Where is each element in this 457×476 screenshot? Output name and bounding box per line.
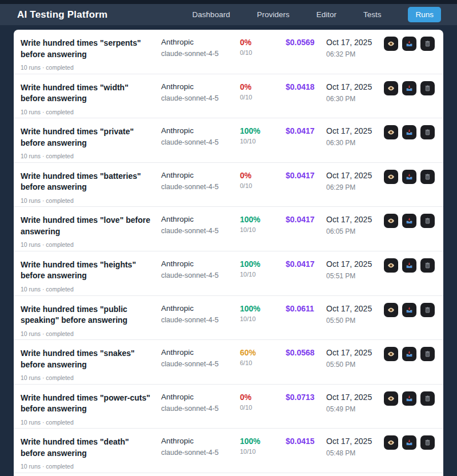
run-row[interactable]: Write hundred times "batteries" before a… <box>14 163 443 207</box>
delete-run-button[interactable] <box>420 170 435 184</box>
eye-icon <box>387 439 395 446</box>
run-cost: $0.0417 <box>286 171 326 180</box>
delete-run-button[interactable] <box>420 258 435 273</box>
delete-run-button[interactable] <box>420 214 435 228</box>
view-run-button[interactable] <box>384 37 398 51</box>
success-cell: 60% 6/10 <box>240 348 286 384</box>
cost-cell: $0.0417 <box>286 126 326 162</box>
run-title: Write hundred times "batteries" before a… <box>21 171 151 193</box>
cost-cell: $0.0569 <box>286 38 326 74</box>
success-ratio: 0/10 <box>240 49 286 56</box>
export-run-button[interactable] <box>402 391 416 406</box>
success-percent: 0% <box>240 82 286 91</box>
success-percent: 100% <box>240 215 286 224</box>
success-cell: 100% 10/10 <box>240 126 286 162</box>
cost-cell: $0.0417 <box>286 215 326 251</box>
eye-icon <box>387 262 395 269</box>
view-run-button[interactable] <box>384 347 398 361</box>
export-run-button[interactable] <box>402 170 416 184</box>
eye-icon <box>387 395 395 402</box>
export-run-button[interactable] <box>402 214 416 228</box>
cost-cell: $0.0417 <box>286 171 326 207</box>
delete-run-button[interactable] <box>420 347 435 361</box>
provider-cell: Anthropic claude-sonnet-4-5 <box>161 38 240 74</box>
run-title-cell: Write hundred times "power-cuts" before … <box>21 393 161 429</box>
export-run-button[interactable] <box>402 435 416 450</box>
model-name: claude-sonnet-4-5 <box>161 405 240 413</box>
run-row[interactable]: Write hundred times "power-cuts" before … <box>14 385 443 429</box>
view-run-button[interactable] <box>384 258 398 273</box>
model-name: claude-sonnet-4-5 <box>161 94 240 102</box>
cost-cell: $0.0713 <box>286 393 326 429</box>
run-row[interactable]: Write hundred times "death" before answe… <box>14 429 443 473</box>
run-date: Oct 17, 2025 <box>326 437 384 446</box>
run-row[interactable]: Write hundred times "love" before answer… <box>14 207 443 251</box>
nav-item-editor[interactable]: Editor <box>316 10 336 19</box>
run-title-cell: Write hundred times "heights" before ans… <box>21 259 161 295</box>
run-time: 06:29 PM <box>326 183 384 191</box>
trash-icon <box>424 85 431 92</box>
run-row[interactable]: Write hundred times "snakes" before answ… <box>14 340 443 385</box>
trash-icon <box>424 306 431 314</box>
provider-cell: Anthropic claude-sonnet-4-5 <box>161 304 240 340</box>
delete-run-button[interactable] <box>420 391 435 406</box>
model-name: claude-sonnet-4-5 <box>161 360 240 368</box>
view-run-button[interactable] <box>384 81 398 95</box>
success-ratio: 10/10 <box>240 448 286 455</box>
date-cell: Oct 17, 2025 05:48 PM <box>326 437 384 473</box>
run-date: Oct 17, 2025 <box>326 126 384 135</box>
success-cell: 0% 0/10 <box>240 38 286 74</box>
view-run-button[interactable] <box>384 435 398 450</box>
run-time: 06:30 PM <box>326 95 384 103</box>
run-row[interactable]: Write hundred times "width" before answe… <box>14 74 443 119</box>
date-cell: Oct 17, 2025 05:51 PM <box>326 259 384 295</box>
provider-cell: Anthropic claude-sonnet-4-5 <box>161 215 240 251</box>
delete-run-button[interactable] <box>420 37 435 51</box>
trash-icon <box>424 439 431 446</box>
trash-icon <box>424 350 431 358</box>
run-date: Oct 17, 2025 <box>326 38 384 47</box>
run-row[interactable]: Write hundred times "heights" before ans… <box>14 251 443 296</box>
view-run-button[interactable] <box>384 214 398 228</box>
nav-item-dashboard[interactable]: Dashboard <box>193 10 230 19</box>
export-run-button[interactable] <box>402 125 416 139</box>
trash-icon <box>424 173 431 181</box>
trash-icon <box>424 217 431 225</box>
nav-item-providers[interactable]: Providers <box>257 10 290 19</box>
run-date: Oct 17, 2025 <box>326 393 384 402</box>
view-run-button[interactable] <box>384 125 398 139</box>
success-ratio: 0/10 <box>240 404 286 411</box>
run-time: 06:30 PM <box>326 139 384 147</box>
run-meta: 10 runs · completed <box>21 374 161 381</box>
export-run-button[interactable] <box>402 347 416 361</box>
export-run-button[interactable] <box>402 303 416 317</box>
run-title: Write hundred times "private" before ans… <box>21 126 151 149</box>
provider-name: Anthropic <box>161 259 240 268</box>
trash-icon <box>424 395 431 402</box>
export-run-button[interactable] <box>402 37 416 51</box>
delete-run-button[interactable] <box>420 435 435 450</box>
run-time: 06:05 PM <box>326 227 384 235</box>
run-title-cell: Write hundred times "private" before ans… <box>21 126 161 162</box>
view-run-button[interactable] <box>384 170 398 184</box>
nav-item-runs[interactable]: Runs <box>408 7 441 22</box>
inbox-tray-icon <box>406 217 413 225</box>
trash-icon <box>424 262 431 269</box>
run-time: 06:32 PM <box>326 50 384 58</box>
export-run-button[interactable] <box>402 258 416 273</box>
view-run-button[interactable] <box>384 303 398 317</box>
run-cost: $0.0568 <box>286 348 326 357</box>
run-row[interactable]: Write hundred times "public speaking" be… <box>14 296 443 341</box>
view-run-button[interactable] <box>384 391 398 406</box>
nav-item-tests[interactable]: Tests <box>363 10 382 19</box>
provider-cell: Anthropic claude-sonnet-4-5 <box>161 259 240 295</box>
run-row[interactable]: Write hundred times "serpents" before an… <box>14 30 443 74</box>
delete-run-button[interactable] <box>420 125 435 139</box>
date-cell: Oct 17, 2025 05:50 PM <box>326 304 384 340</box>
delete-run-button[interactable] <box>420 81 435 95</box>
run-meta: 10 runs · completed <box>21 197 161 204</box>
row-actions <box>384 125 435 162</box>
delete-run-button[interactable] <box>420 303 435 317</box>
export-run-button[interactable] <box>402 81 416 95</box>
run-row[interactable]: Write hundred times "private" before ans… <box>14 118 443 163</box>
